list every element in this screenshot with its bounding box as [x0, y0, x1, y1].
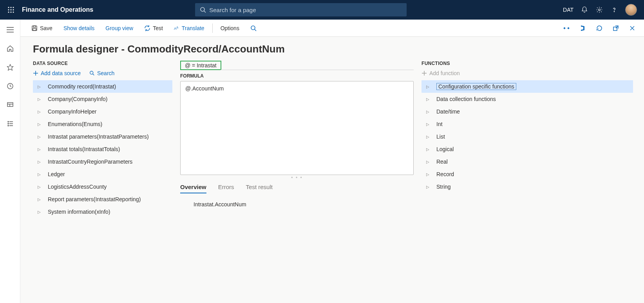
data-source-item[interactable]: ▷IntrastatCountryRegionParameters: [33, 155, 172, 168]
svg-text:あ: あ: [176, 26, 179, 29]
tree-item-label: Int: [436, 121, 443, 127]
translate-button[interactable]: Aあ Translate: [168, 20, 210, 37]
action-search-button[interactable]: [245, 20, 262, 37]
group-view-button[interactable]: Group view: [100, 20, 139, 37]
function-category-item[interactable]: ▷Record: [421, 168, 633, 180]
office-icon[interactable]: [577, 22, 589, 34]
search-icon: [250, 25, 257, 31]
function-category-item[interactable]: ▷Int: [421, 118, 633, 130]
refresh-page-icon[interactable]: [593, 22, 606, 34]
show-details-button[interactable]: Show details: [58, 20, 100, 37]
content-area: Formula designer - CommodityRecord/Accou…: [20, 37, 644, 303]
waffle-icon[interactable]: [5, 4, 17, 16]
svg-point-12: [614, 11, 614, 12]
tree-item-label: Commodity record(Intrastat): [48, 83, 116, 90]
svg-point-9: [201, 7, 204, 11]
avatar[interactable]: [625, 4, 637, 16]
top-navbar: Finance and Operations DAT: [0, 0, 644, 20]
data-source-item[interactable]: ▷CompanyInfoHelper: [33, 105, 172, 118]
global-search[interactable]: [195, 3, 407, 16]
data-source-item[interactable]: ▷Intrastat totals(IntrastatTotals): [33, 143, 172, 155]
workspace-icon[interactable]: [5, 100, 15, 110]
test-button[interactable]: Test: [139, 20, 168, 37]
gear-icon[interactable]: [595, 6, 603, 14]
help-icon[interactable]: [610, 6, 618, 14]
chevron-right-icon: ▷: [38, 210, 43, 214]
functions-tree: ▷Configuration specific functions▷Data c…: [421, 80, 633, 193]
chevron-right-icon: ▷: [426, 185, 432, 189]
tree-item-label: Record: [436, 171, 454, 177]
data-source-item[interactable]: ▷LogisticsAddressCounty: [33, 180, 172, 193]
topnav-right: DAT: [563, 4, 639, 16]
function-category-item[interactable]: ▷List: [421, 130, 633, 143]
svg-point-8: [13, 11, 14, 13]
svg-rect-30: [7, 103, 13, 106]
function-category-item[interactable]: ▷Logical: [421, 143, 633, 155]
splitter-handle[interactable]: • • •: [180, 175, 414, 177]
data-source-item[interactable]: ▷System information(xInfo): [33, 206, 172, 218]
formula-editor[interactable]: @.AccountNum: [180, 81, 414, 175]
svg-point-1: [10, 7, 11, 8]
svg-point-5: [13, 9, 14, 10]
functions-panel: FUNCTIONS Add function ▷Configuration sp…: [421, 61, 633, 218]
svg-point-6: [8, 11, 9, 13]
tree-item-label: Logical: [436, 146, 454, 152]
connector-icon[interactable]: [560, 22, 573, 34]
page-title: Formula designer - CommodityRecord/Accou…: [33, 43, 633, 55]
tree-item-label: Intrastat totals(IntrastatTotals): [48, 146, 120, 152]
chevron-right-icon: ▷: [38, 135, 43, 139]
svg-marker-28: [7, 65, 13, 70]
data-source-item[interactable]: ▷Ledger: [33, 168, 172, 180]
save-label: Save: [40, 25, 52, 31]
data-source-item[interactable]: ▷Company(CompanyInfo): [33, 93, 172, 105]
svg-point-41: [90, 71, 93, 74]
tree-item-label: Data collection functions: [436, 96, 496, 102]
tab-errors[interactable]: Errors: [218, 184, 234, 193]
hamburger-icon[interactable]: [5, 25, 15, 34]
formula-heading: FORMULA: [180, 73, 414, 79]
data-source-item[interactable]: ▷Report parameters(IntrastatReporting): [33, 193, 172, 206]
left-rail: [0, 20, 20, 303]
chevron-right-icon: ▷: [38, 147, 43, 152]
close-icon[interactable]: [626, 22, 639, 34]
function-category-item[interactable]: ▷Real: [421, 155, 633, 168]
function-category-item[interactable]: ▷Date/time: [421, 105, 633, 118]
function-category-item[interactable]: ▷Configuration specific functions: [421, 80, 633, 93]
translate-icon: Aあ: [174, 25, 179, 31]
overview-value: Intrastat.AccountNum: [180, 201, 414, 207]
bell-icon[interactable]: [581, 6, 588, 14]
data-source-item[interactable]: ▷Intrastat parameters(IntrastatParameter…: [33, 130, 172, 143]
svg-line-10: [204, 11, 206, 13]
save-button[interactable]: Save: [26, 20, 58, 37]
data-source-item[interactable]: ▷Commodity record(Intrastat): [33, 80, 172, 93]
separator: [212, 23, 213, 33]
modules-icon[interactable]: [5, 119, 15, 128]
tree-item-label: Configuration specific functions: [436, 83, 516, 90]
tab-overview[interactable]: Overview: [180, 184, 206, 193]
chevron-right-icon: ▷: [426, 97, 432, 101]
tree-item-label: Intrastat parameters(IntrastatParameters…: [48, 133, 149, 140]
svg-line-42: [93, 74, 94, 76]
star-icon[interactable]: [5, 63, 15, 72]
data-source-heading: DATA SOURCE: [33, 61, 172, 66]
search-icon: [200, 7, 206, 13]
tree-item-label: Real: [436, 159, 448, 165]
company-code[interactable]: DAT: [563, 7, 573, 13]
svg-point-4: [10, 9, 11, 10]
clock-icon[interactable]: [5, 81, 15, 91]
options-button[interactable]: Options: [215, 20, 245, 37]
data-source-search-button[interactable]: Search: [89, 70, 114, 76]
svg-point-11: [599, 9, 601, 11]
data-source-item[interactable]: ▷Enumerations(Enums): [33, 118, 172, 130]
chevron-right-icon: ▷: [426, 160, 432, 164]
global-search-input[interactable]: [209, 7, 402, 13]
svg-point-2: [13, 7, 14, 8]
tab-test-result[interactable]: Test result: [246, 184, 273, 193]
popout-icon[interactable]: [610, 22, 622, 34]
function-category-item[interactable]: ▷Data collection functions: [421, 93, 633, 105]
chevron-right-icon: ▷: [426, 172, 432, 177]
function-category-item[interactable]: ▷String: [421, 180, 633, 193]
chevron-right-icon: ▷: [426, 135, 432, 139]
home-icon[interactable]: [5, 44, 15, 53]
add-data-source-button[interactable]: Add data source: [33, 70, 81, 76]
